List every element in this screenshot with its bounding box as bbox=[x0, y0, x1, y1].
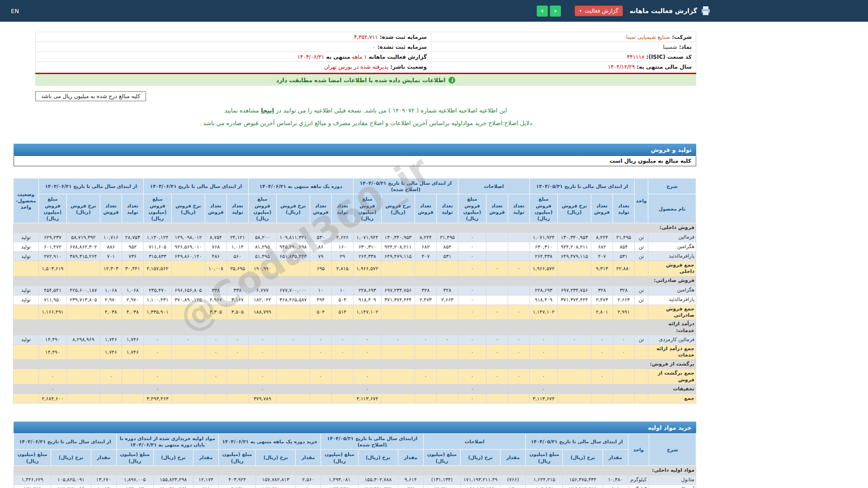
cell: ۲۲۸,۶۹۳ bbox=[529, 286, 557, 295]
cell: ۲۱,۴۹۵ bbox=[613, 233, 635, 242]
cell: ۷۱۱,۹۵۰ bbox=[38, 295, 66, 305]
cell bbox=[381, 385, 415, 394]
cell bbox=[171, 261, 205, 277]
cell bbox=[558, 369, 591, 385]
cell: ۶۸۲ bbox=[415, 242, 436, 252]
cell: ۸,۲۹۸,۹۶۹ bbox=[66, 335, 100, 344]
print-icon[interactable] bbox=[701, 6, 711, 16]
cell bbox=[558, 261, 591, 277]
cell: ۰ bbox=[143, 335, 171, 344]
table-row: جمع فروش داخلی۲۲,۸۸۰۹,۳۱۳۱,۹۶۶,۵۷۲۰۰۰۱,۹… bbox=[13, 261, 696, 277]
table-row: فرمالین کارمزدیتن۰۰۰۰۰۰۰۰۰۰۰۰۰۰۰۰۰۰۰۱,۷۴… bbox=[13, 335, 696, 344]
cell: ۰ bbox=[143, 369, 171, 385]
cell bbox=[436, 305, 458, 320]
cell: ۷۹ bbox=[310, 252, 331, 261]
cell: تن bbox=[635, 242, 648, 252]
cell: ۸,۲۲۴ bbox=[415, 233, 436, 242]
cell: ۹۲۶,۵۶۹,۰۱۰ bbox=[171, 242, 205, 252]
cell: ۲۱۰,۳۱۰,۹۶۹ bbox=[153, 484, 193, 488]
cell: (۱۳۱,۱۳۴) bbox=[423, 475, 460, 484]
cell bbox=[635, 344, 648, 360]
column-header: نرخ فروش (ریال) bbox=[171, 194, 205, 223]
cell: ۱۰,۳۸۰ bbox=[603, 475, 628, 484]
cell: ۳,۱۱۳,۶۷۴ bbox=[529, 394, 557, 404]
cell: ۴,۰۳۸ bbox=[122, 305, 143, 320]
cell: ۱۳۵,۴۵۵ bbox=[14, 484, 51, 488]
cell: ۱,۷۴۶ bbox=[100, 335, 122, 344]
column-header: مبلغ (میلیون ریال) bbox=[526, 450, 563, 465]
cell: ۰ bbox=[353, 385, 381, 394]
cell bbox=[381, 369, 415, 385]
cell: ۸۸۶ bbox=[100, 242, 122, 252]
next-report-button[interactable]: › bbox=[537, 5, 548, 17]
cell bbox=[508, 394, 529, 404]
cell bbox=[171, 305, 205, 320]
cell: ۰ bbox=[205, 369, 226, 385]
previous-version-link[interactable]: اینجا bbox=[261, 107, 274, 114]
column-header: نرخ (ریال) bbox=[51, 450, 91, 465]
cell: ۱۰۵,۸۲۵,۰۹۱ bbox=[51, 475, 91, 484]
row-label: فرمالین bbox=[648, 233, 696, 242]
cell: ۹,۱۳۱ bbox=[219, 484, 256, 488]
cell: ۰ bbox=[143, 344, 171, 360]
column-header: خرید دوره یک ماهه منتهی به ۱۴۰۴/۰۶/۳۱ bbox=[219, 434, 321, 450]
row-label: متانول bbox=[649, 475, 696, 484]
cell bbox=[635, 305, 648, 320]
cell: ۶,۷۷۷ bbox=[248, 286, 276, 295]
company-field-right: سال مالی منتهی به: ۱۴۰۴/۱۲/۲۹ bbox=[431, 62, 696, 72]
cell: ۳۷۹,۷۸۹ bbox=[248, 394, 276, 404]
cell: ۳۳۸ bbox=[205, 286, 226, 295]
cell bbox=[635, 261, 648, 277]
company-field-right: نماد: شسینا bbox=[431, 42, 696, 52]
cell: ۰ bbox=[529, 369, 557, 385]
cell: کیلوگرم bbox=[628, 484, 649, 488]
cell: ۱۲,۱۷۴ bbox=[193, 475, 218, 484]
column-header: واحد bbox=[628, 434, 649, 466]
cell: تن bbox=[635, 335, 648, 344]
company-field-left: سرمایه ثبت نشده: ۰ bbox=[36, 42, 431, 52]
cell: ۱,۱۳۰,۱۲۴ bbox=[143, 233, 171, 242]
cell: ۵۰۴ bbox=[310, 305, 331, 320]
cell: ۶۸۵ bbox=[193, 484, 218, 488]
prev-report-button[interactable]: ‹ bbox=[550, 5, 561, 17]
info-icon: i bbox=[448, 77, 455, 84]
language-switch-en[interactable]: EN bbox=[11, 8, 19, 14]
raw-materials-table: شرحواحداز ابتدای سال مالی تا تاریخ ۱۴۰۴/… bbox=[14, 433, 696, 488]
report-type-button[interactable]: گزارش فعالیت ▾ bbox=[575, 5, 623, 16]
cell: ۱۲,۳۰۳ bbox=[100, 261, 122, 277]
cell bbox=[415, 305, 436, 320]
cell: ۶۸۲ bbox=[591, 242, 613, 252]
cell: ۰ bbox=[458, 242, 486, 252]
table-unit-note: کلیه مبالغ به میلیون ریال است bbox=[14, 155, 696, 166]
column-header: از ابتدای سال مالی تا تاریخ ۱۴۰۳/۰۶/۳۱ bbox=[14, 434, 117, 450]
cell: ۰ bbox=[38, 385, 66, 394]
cell: ۰ bbox=[458, 233, 486, 242]
row-label: جمع فروش صادراتی bbox=[648, 305, 696, 320]
unit-note-row: کلیه مبالغ درج شده به میلیون ریال می باش… bbox=[35, 91, 696, 101]
cell: ۰ bbox=[226, 335, 248, 344]
cell: ۲۲۸,۶۹۳ bbox=[353, 286, 381, 295]
cell: ۱,۷۴۶ bbox=[122, 344, 143, 360]
section-row: برگشت از فروش: bbox=[13, 360, 696, 369]
cell: ۲۵,۳۷۰ bbox=[423, 484, 460, 488]
cell bbox=[436, 394, 458, 404]
cell bbox=[486, 394, 508, 404]
cell: ۰ bbox=[331, 335, 353, 344]
cell: ۹,۶۱۴ bbox=[398, 475, 423, 484]
cell: ۰ bbox=[171, 335, 205, 344]
report-type-label: گزارش فعالیت bbox=[585, 8, 618, 14]
cell bbox=[635, 385, 648, 394]
section-raw-materials: خرید مواد اولیه bbox=[14, 422, 696, 433]
cell bbox=[122, 369, 143, 385]
cell: ۰ bbox=[458, 369, 486, 385]
cell bbox=[66, 344, 100, 360]
cell: ۲۴,۱۲۱ bbox=[226, 233, 248, 242]
cell: ۲۲,۸۸۰ bbox=[613, 261, 635, 277]
cell: ۱,۷۴۶ bbox=[122, 335, 143, 344]
cell bbox=[331, 385, 353, 394]
column-header: مواد اولیه خریداری شده از ابتدای دوره تا… bbox=[116, 434, 218, 450]
column-header: مقدار bbox=[500, 450, 526, 465]
cell: ۱,۸۹۷,۰۰۵ bbox=[116, 475, 153, 484]
cell: ۱۰۹,۸۱۱,۳۲۱ bbox=[276, 233, 310, 242]
cell: ۸۱,۲۹۵ bbox=[248, 242, 276, 252]
